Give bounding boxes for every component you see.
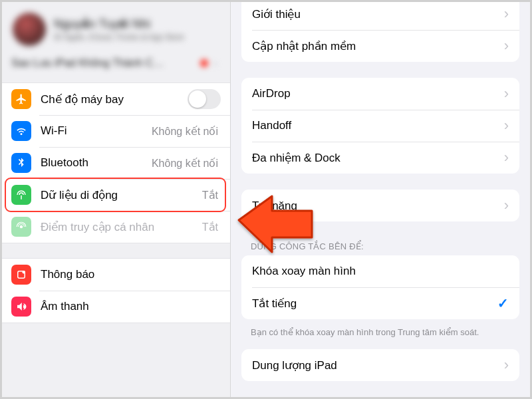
sidebar-item-bluetooth[interactable]: Bluetooth Không kết nối [2, 147, 230, 179]
chevron-right-icon: › [213, 58, 217, 68]
row-accessibility[interactable]: Trợ năng › [241, 190, 519, 221]
multitask-label: Đa nhiệm & Dock [252, 151, 504, 165]
profile-name: Nguyễn Tuyết Nhi [54, 17, 184, 31]
switch-section-header: DÙNG CÔNG TẮC BÊN ĐỂ: [231, 237, 530, 255]
row-airdrop[interactable]: AirDrop › [241, 78, 519, 110]
settings-detail: Giới thiệu › Cập nhật phần mềm › AirDrop… [231, 2, 530, 397]
row-multitask[interactable]: Đa nhiệm & Dock › [241, 142, 519, 174]
sidebar-item-sound[interactable]: Âm thanh [2, 291, 230, 323]
chevron-right-icon: › [504, 117, 509, 134]
chevron-right-icon: › [504, 5, 509, 23]
sound-icon [11, 297, 31, 317]
row-lock-rotation[interactable]: Khóa xoay màn hình [241, 255, 519, 287]
bluetooth-label: Bluetooth [41, 156, 152, 170]
cellular-icon [11, 185, 31, 205]
sidebar-item-hotspot[interactable]: Điểm truy cập cá nhân Tắt [2, 211, 230, 243]
lock-rotation-label: Khóa xoay màn hình [252, 265, 509, 278]
airplane-label: Chế độ máy bay [41, 92, 188, 106]
cellular-label: Dữ liệu di động [41, 188, 202, 202]
accessibility-label: Trợ năng [252, 199, 504, 213]
switch-footer-note: Bạn có thể khóa xoay màn hình trong Trun… [231, 323, 530, 349]
notifications-label: Thông báo [41, 268, 221, 281]
settings-sidebar: Nguyễn Tuyết Nhi ID Apple, iCloud, iTune… [2, 2, 231, 397]
storage-label: Dung lượng iPad [252, 358, 504, 372]
chevron-right-icon: › [504, 37, 509, 55]
row-mute[interactable]: Tắt tiếng ✓ [241, 287, 519, 319]
update-label: Cập nhật phần mềm [252, 39, 504, 53]
row-about[interactable]: Giới thiệu › [241, 2, 519, 30]
svg-point-0 [20, 225, 23, 229]
checkmark-icon: ✓ [497, 295, 509, 311]
chevron-right-icon: › [504, 197, 509, 214]
backup-warning: Sao Lưu iPad Không Thành C… [11, 57, 164, 69]
svg-point-2 [23, 271, 26, 274]
sound-label: Âm thanh [41, 300, 221, 313]
airplane-icon [11, 89, 31, 109]
chevron-right-icon: › [504, 85, 509, 102]
airplane-toggle[interactable] [188, 89, 221, 109]
profile-block[interactable]: Nguyễn Tuyết Nhi ID Apple, iCloud, iTune… [10, 9, 222, 70]
avatar [13, 13, 46, 46]
notifications-icon [11, 265, 31, 285]
row-update[interactable]: Cập nhật phần mềm › [241, 30, 519, 62]
sidebar-item-notifications[interactable]: Thông báo [2, 259, 230, 291]
wifi-value: Không kết nối [152, 125, 218, 138]
row-storage[interactable]: Dung lượng iPad › [241, 349, 519, 381]
sidebar-item-wifi[interactable]: Wi-Fi Không kết nối [2, 115, 230, 147]
chevron-right-icon: › [504, 149, 509, 166]
sidebar-item-airplane[interactable]: Chế độ máy bay [2, 83, 230, 115]
profile-subtitle: ID Apple, iCloud, iTunes & App Store [54, 33, 184, 42]
hotspot-label: Điểm truy cập cá nhân [41, 220, 202, 234]
wifi-icon [11, 121, 31, 141]
handoff-label: Handoff [252, 119, 504, 132]
hotspot-icon [11, 217, 31, 237]
alert-dot-icon [200, 59, 208, 67]
mute-label: Tắt tiếng [252, 297, 497, 311]
wifi-label: Wi-Fi [41, 124, 152, 138]
airdrop-label: AirDrop [252, 87, 504, 100]
about-label: Giới thiệu [252, 7, 504, 21]
cellular-value: Tắt [202, 189, 218, 201]
row-handoff[interactable]: Handoff › [241, 110, 519, 142]
chevron-right-icon: › [504, 356, 509, 374]
sidebar-item-cellular[interactable]: Dữ liệu di động Tắt [2, 179, 230, 211]
bluetooth-value: Không kết nối [152, 157, 218, 170]
hotspot-value: Tắt [202, 221, 218, 233]
bluetooth-icon [11, 153, 31, 173]
